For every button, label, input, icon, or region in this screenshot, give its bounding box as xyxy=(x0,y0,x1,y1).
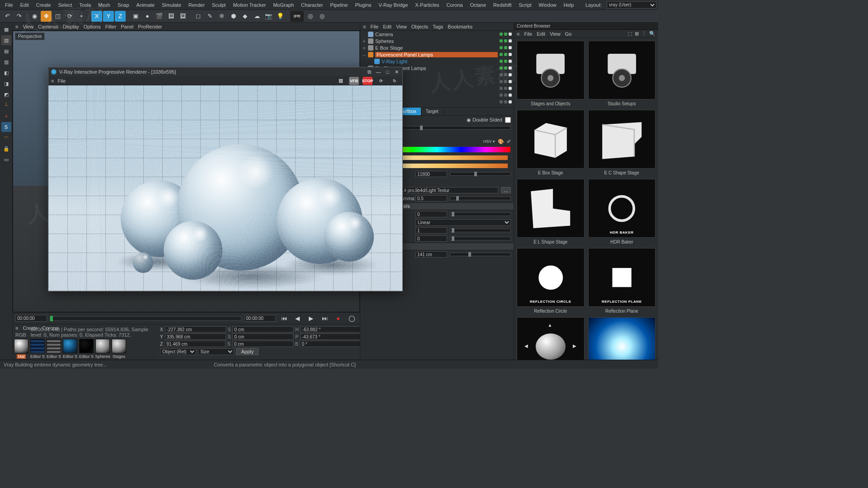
menu-snap[interactable]: Snap xyxy=(114,1,132,9)
colorspace-select[interactable]: Linear xyxy=(415,219,511,226)
menu-file[interactable]: File xyxy=(2,1,16,9)
vray-ipr-window[interactable]: V-Ray Interactive Progressive Renderer -… xyxy=(48,67,403,291)
light-icon[interactable]: 💡 xyxy=(275,11,286,22)
material-swatch[interactable]: Mat xyxy=(14,339,29,359)
obj-menu-objects[interactable]: Objects xyxy=(411,24,428,29)
cb-menu-go[interactable]: Go xyxy=(565,31,572,37)
axis-z-icon[interactable]: Z xyxy=(115,11,126,22)
redo-icon[interactable]: ↷ xyxy=(14,11,24,22)
obj-menu-file[interactable]: File xyxy=(370,24,378,29)
s-tool-icon[interactable]: S xyxy=(1,122,11,132)
generator-icon[interactable]: ⬢ xyxy=(228,11,239,22)
cb-tool-icon[interactable]: ⋮ xyxy=(642,31,646,37)
nurbs-icon[interactable]: ❊ xyxy=(216,11,227,22)
ipr-file-menu[interactable]: File xyxy=(57,78,66,84)
layout-select[interactable]: vray (User) xyxy=(607,1,656,9)
obj-menu-view[interactable]: View xyxy=(396,24,407,29)
ipr-stop-button[interactable]: STOP xyxy=(363,77,373,85)
object-node[interactable]: Camera xyxy=(360,31,514,38)
cube-icon[interactable]: ▣ xyxy=(130,11,141,22)
record-icon[interactable]: ● xyxy=(142,11,153,22)
point-mode-icon[interactable]: ◧ xyxy=(1,68,11,78)
menu-motion-tracker[interactable]: Motion Tracker xyxy=(230,1,269,9)
texture-mode-icon[interactable]: ▤ xyxy=(1,46,11,56)
last-tool-icon[interactable]: + xyxy=(76,11,87,22)
timeline[interactable]: ⏮ ◀ ▶ ⏭ ● ◯ xyxy=(13,313,360,324)
play-back-icon[interactable]: ◀ xyxy=(292,313,303,324)
content-browser-item[interactable]: HDR BAKERHDR Baker xyxy=(588,179,656,244)
play-start-icon[interactable]: ⏮ xyxy=(278,313,289,324)
menu-mesh[interactable]: Mesh xyxy=(95,1,113,9)
model-mode-icon[interactable]: ▨ xyxy=(1,35,11,45)
ipr-refresh-button[interactable]: ⟳ xyxy=(376,77,386,85)
object-node[interactable]: +E Box Stage xyxy=(360,44,514,51)
view-menu-panel[interactable]: Panel xyxy=(121,24,133,29)
obj-menu-tags[interactable]: Tags xyxy=(433,24,443,29)
rotate-icon[interactable]: ⟳ xyxy=(64,11,75,22)
menu-octane[interactable]: Octane xyxy=(467,1,489,9)
record-key-icon[interactable]: ● xyxy=(333,313,344,324)
color-picker-icon[interactable]: 🎨 xyxy=(498,139,504,145)
viewport-solo-icon[interactable]: ▭ xyxy=(1,155,11,164)
make-editable-icon[interactable]: ▦ xyxy=(1,24,11,34)
menu-sculpt[interactable]: Sculpt xyxy=(209,1,229,9)
menu-corona[interactable]: Corona xyxy=(443,1,466,9)
content-browser-item[interactable]: ◀▶▲ xyxy=(517,317,585,360)
scale-y[interactable] xyxy=(232,333,293,340)
ipr-redo-button[interactable]: ↻ xyxy=(390,77,400,85)
ipr-picture-button[interactable]: 🖼 xyxy=(335,77,345,85)
content-browser-item[interactable]: Stages and Objects xyxy=(517,41,585,106)
scale-icon[interactable]: ◫ xyxy=(52,11,63,22)
axis-x-icon[interactable]: X xyxy=(91,11,102,22)
scale-z[interactable] xyxy=(232,341,293,347)
view-menu-view[interactable]: View xyxy=(23,24,33,29)
exposure-field[interactable] xyxy=(415,211,447,217)
softbox-gamma-field[interactable] xyxy=(415,195,447,202)
content-browser-item[interactable]: E C Shape Stage xyxy=(588,110,656,175)
vray-a-icon[interactable]: ◎ xyxy=(305,11,316,22)
menu-script[interactable]: Script xyxy=(515,1,534,9)
content-browser-item[interactable]: Studio Setups xyxy=(588,41,656,106)
live-select-icon[interactable]: ◉ xyxy=(29,11,40,22)
material-swatch[interactable]: Editor S xyxy=(46,339,61,359)
coord-apply-button[interactable]: Apply xyxy=(236,348,259,355)
poly-mode-icon[interactable]: ◩ xyxy=(1,89,11,99)
content-browser-item[interactable]: E L Shape Stage xyxy=(517,179,585,244)
material-swatch[interactable]: Editor S xyxy=(79,339,94,359)
camera-icon[interactable]: 📷 xyxy=(263,11,274,22)
material-swatch[interactable]: Spheres xyxy=(95,339,110,359)
object-node[interactable]: –Fluorescent Panel Lamps xyxy=(360,51,514,58)
cb-hamburger-icon[interactable]: ≡ xyxy=(517,31,519,37)
cb-menu-file[interactable]: File xyxy=(524,31,532,37)
render-settings-icon[interactable]: 🖼 xyxy=(177,11,188,22)
attr-tab[interactable]: Target xyxy=(421,108,443,115)
dirlight-field[interactable] xyxy=(415,235,447,242)
menu-create[interactable]: Create xyxy=(33,1,54,9)
menu-redshift[interactable]: Redshift xyxy=(490,1,514,9)
play-fwd-icon[interactable]: ▶ xyxy=(306,313,316,324)
snap-icon[interactable]: ⌖ xyxy=(1,111,11,121)
view-menu-display[interactable]: Display xyxy=(63,24,79,29)
ipr-minimize-icon[interactable]: — xyxy=(375,69,382,75)
view-menu-filter[interactable]: Filter xyxy=(105,24,116,29)
undo-icon[interactable]: ↶ xyxy=(2,11,13,22)
obj-hamburger-icon[interactable]: ≡ xyxy=(363,24,366,29)
menu-help[interactable]: Help xyxy=(561,1,577,9)
pen-icon[interactable]: ✎ xyxy=(204,11,215,22)
lock-icon[interactable]: 🔒 xyxy=(1,144,11,154)
cb-menu-edit[interactable]: Edit xyxy=(537,31,545,37)
timeline-track[interactable] xyxy=(50,316,241,321)
view-hamburger-icon[interactable]: ≡ xyxy=(15,24,18,29)
menu-select[interactable]: Select xyxy=(55,1,75,9)
rot-h[interactable] xyxy=(301,326,362,333)
texture-browse-button[interactable]: … xyxy=(501,187,511,193)
coord-z[interactable] xyxy=(165,341,226,347)
view-menu-cameras[interactable]: Cameras xyxy=(38,24,58,29)
workplane2-icon[interactable]: ◠ xyxy=(1,133,11,143)
menu-pipeline[interactable]: Pipeline xyxy=(327,1,351,9)
cb-tool-icon[interactable]: 🔍 xyxy=(649,31,656,37)
temperature-field[interactable] xyxy=(415,171,447,177)
autokey-icon[interactable]: ◯ xyxy=(346,313,357,324)
coord-y[interactable] xyxy=(165,333,226,340)
menu-character[interactable]: Character xyxy=(298,1,326,9)
